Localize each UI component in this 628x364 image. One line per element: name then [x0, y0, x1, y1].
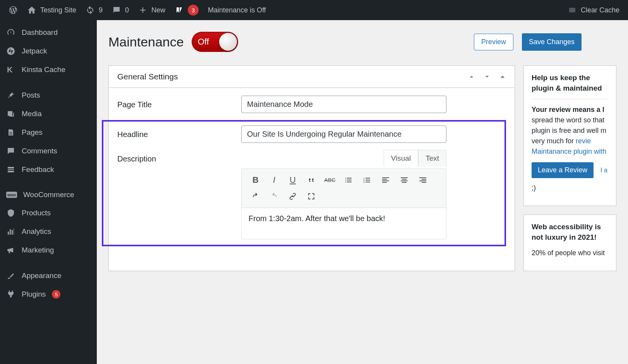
review-link2[interactable]: Maintanance plugin with — [532, 148, 606, 155]
review-panel: Help us keep the plugin & maintained You… — [523, 65, 616, 206]
maintenance-toggle[interactable]: Off — [192, 32, 238, 52]
sidebar-label: WooCommerce — [23, 191, 74, 199]
svg-text:K: K — [7, 65, 13, 74]
chevron-up-icon[interactable] — [468, 73, 475, 80]
updates[interactable]: 9 — [81, 0, 107, 20]
sidebar-label: Dashboard — [22, 28, 58, 37]
headline-input[interactable] — [241, 125, 446, 143]
sidebar-label: Plugins — [22, 290, 46, 299]
align-right-button[interactable] — [414, 172, 432, 188]
clear-cache-label: Clear Cache — [581, 6, 619, 14]
plugins-badge: 5 — [52, 290, 60, 299]
comments-icon — [6, 146, 15, 156]
woo-icon: woo — [6, 192, 17, 198]
maintenance-status-label: Maintenance is Off — [208, 6, 266, 14]
sidebar-item-products[interactable]: Products — [0, 204, 97, 222]
sidebar-item-jetpack[interactable]: Jetpack — [0, 42, 97, 60]
comment-icon — [112, 5, 121, 15]
sidebar-item-posts[interactable]: Posts — [0, 86, 97, 105]
products-icon — [6, 208, 15, 218]
underline-button[interactable]: U — [283, 172, 302, 188]
megaphone-icon — [6, 246, 15, 255]
kinsta-icon: K — [6, 65, 15, 74]
sidebar-label: Appearance — [22, 271, 61, 280]
content-area: Maintenance Off Preview Save Changes Gen… — [97, 20, 628, 364]
ul-button[interactable] — [339, 172, 358, 188]
chevron-down-icon[interactable] — [484, 73, 491, 80]
description-label: Description — [117, 150, 241, 163]
comments-count: 0 — [125, 6, 129, 14]
fullscreen-button[interactable] — [302, 188, 321, 204]
page-title-input[interactable] — [241, 96, 446, 113]
align-left-button[interactable] — [376, 172, 395, 188]
new-content[interactable]: New — [134, 0, 170, 20]
site-name[interactable]: Testing Site — [22, 0, 81, 20]
comments-bar[interactable]: 0 — [107, 0, 134, 20]
sidebar-item-appearance[interactable]: Appearance — [0, 266, 97, 285]
sidebar-item-media[interactable]: Media — [0, 105, 97, 123]
undo-button[interactable] — [246, 188, 265, 204]
sidebar-item-pages[interactable]: Pages — [0, 123, 97, 142]
ol-button[interactable] — [358, 172, 376, 188]
brush-icon — [6, 271, 15, 280]
sidebar-item-analytics[interactable]: Analytics — [0, 222, 97, 241]
sidebar-item-woocommerce[interactable]: woo WooCommerce — [0, 186, 97, 204]
bold-button[interactable]: B — [246, 172, 265, 188]
panel-title: General Settings — [117, 72, 178, 81]
page-title: Maintenance — [108, 34, 184, 50]
description-editor: B I U ABC — [241, 168, 446, 239]
description-content[interactable]: From 1:30-2am. After that we'll be back! — [242, 208, 446, 239]
clear-cache[interactable]: Clear Cache — [563, 0, 624, 20]
sidebar-item-feedback[interactable]: Feedback — [0, 160, 97, 179]
svg-point-1 — [7, 47, 15, 55]
sidebar-label: Analytics — [22, 227, 51, 236]
admin-bar: Testing Site 9 0 New 3 Maintenance is Of… — [0, 0, 628, 20]
sidebar-label: Pages — [22, 128, 43, 137]
page-title-label: Page Title — [117, 96, 241, 109]
sidebar-item-comments[interactable]: Comments — [0, 142, 97, 160]
plus-icon — [138, 5, 148, 15]
yoast-icon — [175, 5, 184, 15]
accessibility-title: Web accessibility is not luxury in 2021! — [532, 222, 608, 242]
sidebar-label: Posts — [22, 91, 40, 100]
refresh-icon — [86, 5, 95, 15]
pin-icon — [6, 91, 15, 100]
tab-text[interactable]: Text — [418, 150, 446, 167]
preview-button[interactable]: Preview — [474, 34, 513, 50]
accessibility-text: 20% of people who visit — [532, 248, 608, 258]
tab-visual[interactable]: Visual — [384, 150, 418, 167]
link-button[interactable] — [283, 188, 302, 204]
wink-text: ;) — [532, 183, 608, 193]
collapse-icon[interactable] — [499, 73, 506, 80]
sidebar-item-marketing[interactable]: Marketing — [0, 241, 97, 259]
wordpress-icon — [9, 5, 18, 15]
save-button[interactable]: Save Changes — [522, 33, 582, 51]
pages-icon — [6, 128, 15, 137]
quote-button[interactable] — [302, 172, 321, 188]
leave-review-button[interactable]: Leave a Review — [532, 162, 594, 178]
maintenance-status[interactable]: Maintenance is Off — [203, 0, 271, 20]
jetpack-icon — [6, 46, 15, 56]
sidebar-label: Media — [22, 110, 42, 118]
already-link[interactable]: I a — [601, 167, 607, 174]
sidebar-item-kinsta[interactable]: K Kinsta Cache — [0, 60, 97, 79]
redo-button[interactable] — [265, 188, 283, 204]
sidebar-label: Feedback — [22, 165, 54, 174]
review-text: Your review means a l spread the word so… — [532, 105, 608, 157]
accessibility-panel: Web accessibility is not luxury in 2021!… — [523, 215, 616, 271]
sidebar-item-dashboard[interactable]: Dashboard — [0, 23, 97, 42]
italic-button[interactable]: I — [265, 172, 283, 188]
media-icon — [6, 109, 15, 118]
align-center-button[interactable] — [395, 172, 414, 188]
editor-toolbar: B I U ABC — [242, 169, 446, 208]
cache-icon — [568, 5, 577, 15]
sidebar-item-plugins[interactable]: Plugins 5 — [0, 285, 97, 304]
review-link1[interactable]: revie — [576, 137, 591, 145]
yoast[interactable]: 3 — [170, 0, 203, 20]
headline-label: Headline — [117, 125, 241, 139]
site-name-label: Testing Site — [40, 6, 76, 14]
review-panel-title: Help us keep the plugin & maintained — [532, 73, 608, 99]
sidebar-label: Products — [22, 209, 51, 217]
wp-logo[interactable] — [4, 0, 22, 20]
strike-button[interactable]: ABC — [321, 172, 339, 188]
